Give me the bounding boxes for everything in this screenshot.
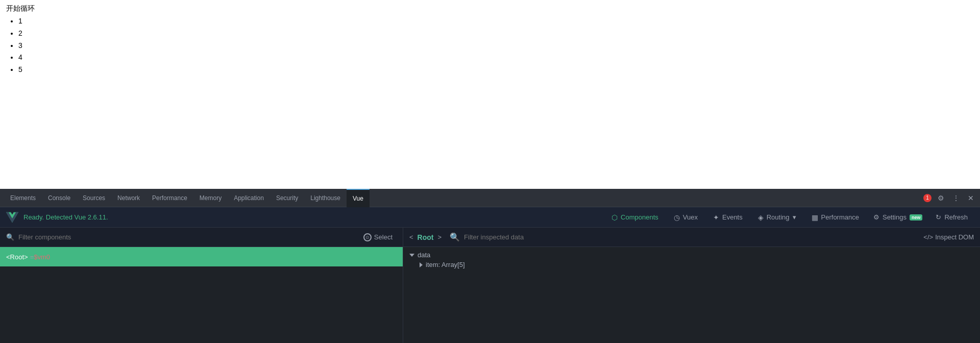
open-bracket: <: [409, 233, 413, 241]
main-content: 开始循环 12345: [0, 0, 980, 189]
root-tag: Root: [418, 233, 434, 241]
nav-icon-components: ⬡: [611, 213, 618, 222]
devtools-tab-security[interactable]: Security: [270, 189, 304, 207]
data-section: data item: Array[5]: [409, 251, 974, 268]
devtools-tab-elements[interactable]: Elements: [4, 189, 42, 207]
nav-label-components: Components: [621, 213, 658, 221]
vue-bar-right: ⬡Components◷Vuex✦Events◈Routing▾▦Perform…: [604, 211, 974, 224]
nav-label-vuex: Vuex: [683, 213, 698, 221]
component-row-root[interactable]: <Root> = $vm0: [0, 247, 403, 266]
inspector-header: < Root > 🔍 </> Inspect DOM: [403, 228, 980, 247]
nav-label-performance: Performance: [821, 213, 859, 221]
devtools-topbar-right: 1 ⚙ ⋮ ✕: [923, 193, 976, 203]
more-icon[interactable]: ⋮: [950, 193, 962, 203]
devtools-tab-memory[interactable]: Memory: [193, 189, 228, 207]
nav-label-events: Events: [722, 213, 743, 221]
list-item: 5: [18, 64, 974, 76]
inspect-dom-button[interactable]: </> Inspect DOM: [923, 233, 974, 241]
select-label: Select: [374, 233, 393, 241]
inspect-dom-icon: </>: [923, 233, 933, 241]
nav-label-routing: Routing: [767, 213, 790, 221]
refresh-icon: ↻: [936, 213, 941, 221]
component-panel: 🔍 ⊙ Select <Root> = $vm0: [0, 228, 403, 343]
data-key-label: data: [418, 251, 430, 259]
devtools-tab-network[interactable]: Network: [111, 189, 146, 207]
vue-nav-vuex[interactable]: ◷Vuex: [667, 211, 705, 224]
component-search-bar: 🔍 ⊙ Select: [0, 228, 403, 247]
devtools-panel: ElementsConsoleSourcesNetworkPerformance…: [0, 189, 980, 343]
list-item: 2: [18, 28, 974, 40]
new-badge: new: [910, 214, 923, 220]
devtools-tab-sources[interactable]: Sources: [77, 189, 111, 207]
devtools-tab-application[interactable]: Application: [228, 189, 270, 207]
select-button[interactable]: ⊙ Select: [359, 232, 397, 243]
inspector-search-input[interactable]: [464, 233, 919, 241]
data-subrow: item: Array[5]: [409, 261, 974, 268]
nav-icon-events: ✦: [713, 213, 719, 222]
devtools-tab-vue[interactable]: Vue: [347, 189, 370, 207]
component-tag: <Root>: [6, 253, 28, 261]
component-assign: =: [30, 253, 34, 261]
data-section-header: data: [409, 251, 974, 259]
vue-bar: Ready. Detected Vue 2.6.11. ⬡Components◷…: [0, 207, 980, 228]
devtools-tab-lighthouse[interactable]: Lighthouse: [304, 189, 347, 207]
nav-icon-performance: ▦: [812, 213, 818, 222]
array-expand-triangle[interactable]: [420, 262, 423, 267]
component-var: $vm0: [34, 253, 50, 261]
vue-nav-components[interactable]: ⬡Components: [604, 211, 666, 224]
collapse-triangle[interactable]: [409, 254, 414, 257]
settings-icon: ⚙: [873, 213, 879, 221]
nav-icon-vuex: ◷: [674, 213, 680, 222]
nav-icon-routing: ◈: [758, 213, 764, 222]
refresh-label: Refresh: [944, 213, 968, 221]
vue-main: 🔍 ⊙ Select <Root> = $vm0 < Root >: [0, 228, 980, 343]
error-badge: 1: [923, 194, 932, 202]
select-icon: ⊙: [363, 233, 372, 241]
component-search-input[interactable]: [18, 233, 355, 241]
devtools-tab-console[interactable]: Console: [42, 189, 77, 207]
refresh-button[interactable]: ↻Refresh: [929, 211, 974, 224]
search-icon: 🔍: [6, 233, 14, 241]
list-item: 1: [18, 15, 974, 28]
vue-logo: [6, 211, 18, 224]
settings-icon[interactable]: ⚙: [936, 193, 946, 203]
devtools-tab-performance[interactable]: Performance: [146, 189, 193, 207]
array-key-label: item: Array[5]: [426, 261, 465, 268]
component-tree: <Root> = $vm0: [0, 247, 403, 343]
routing-chevron-icon: ▾: [793, 213, 796, 221]
devtools-topbar: ElementsConsoleSourcesNetworkPerformance…: [0, 189, 980, 207]
list-item: 3: [18, 40, 974, 52]
inspect-dom-label: Inspect DOM: [935, 233, 974, 241]
inspector-search-icon: 🔍: [450, 232, 460, 242]
settings-label: Settings: [883, 213, 906, 221]
page-title: 开始循环: [6, 4, 974, 13]
list: 12345: [6, 15, 974, 76]
close-bracket: >: [437, 233, 442, 241]
close-icon[interactable]: ✕: [966, 193, 976, 203]
inspector-content: data item: Array[5]: [403, 247, 980, 343]
vue-nav-performance[interactable]: ▦Performance: [804, 211, 866, 224]
settings-button[interactable]: ⚙Settingsnew: [867, 211, 929, 224]
list-item: 4: [18, 52, 974, 64]
vue-ready-text: Ready. Detected Vue 2.6.11.: [23, 213, 108, 221]
vue-nav-routing[interactable]: ◈Routing▾: [751, 211, 803, 224]
vue-nav-events[interactable]: ✦Events: [706, 211, 750, 224]
inspector-panel: < Root > 🔍 </> Inspect DOM data: [403, 228, 980, 343]
